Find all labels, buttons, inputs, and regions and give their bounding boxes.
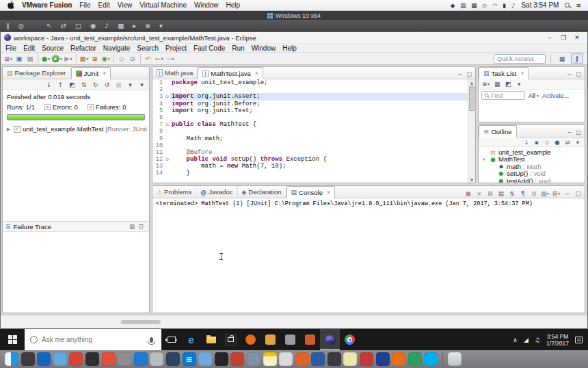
fold-marker-icon[interactable]: ⊖: [164, 121, 170, 128]
sort-button[interactable]: ↓: [522, 138, 531, 146]
junit-menu-button[interactable]: ▾: [137, 80, 146, 89]
cycle-devices-button[interactable]: ⇄: [61, 22, 66, 29]
macos-menu-help[interactable]: Help: [226, 1, 241, 9]
display-selected-console-button[interactable]: ▥▾: [540, 189, 550, 198]
activate-link[interactable]: Activate...: [542, 92, 570, 99]
dock-app-18-icon[interactable]: [279, 352, 293, 366]
close-icon[interactable]: ×: [103, 70, 106, 77]
outline-menu-button[interactable]: ▾: [574, 138, 582, 146]
twisty-icon[interactable]: ▾: [483, 157, 487, 162]
eclipse-menu-refactor[interactable]: Refactor: [67, 44, 100, 52]
minimize-console-button[interactable]: −: [563, 189, 572, 198]
network-icon[interactable]: ◢: [524, 337, 529, 343]
dock-app-6-icon[interactable]: [85, 352, 99, 366]
scrollbar-thumb[interactable]: [469, 86, 475, 111]
code-line[interactable]: 12⊖ public void setUp() throws Exception…: [152, 156, 468, 163]
dock-app-26-icon[interactable]: [408, 352, 422, 366]
spotlight-icon[interactable]: [565, 3, 570, 8]
eclipse-menu-file[interactable]: File: [2, 44, 20, 52]
editor-maximize-button[interactable]: □: [465, 70, 474, 79]
taskbar-firefox-button[interactable]: [241, 329, 260, 350]
cortana-search-box[interactable]: Ask me anything: [25, 329, 161, 350]
dock-finder-icon[interactable]: [5, 352, 18, 366]
console-tab-declaration[interactable]: Declaration: [238, 186, 286, 198]
outline-tab-outline[interactable]: Outline: [479, 125, 517, 137]
eclipse-menu-run[interactable]: Run: [228, 44, 248, 52]
dock-app-14-icon[interactable]: [215, 352, 228, 366]
clear-console-button[interactable]: ▤: [496, 189, 505, 198]
left-tab-junit[interactable]: JUnit×: [71, 67, 111, 79]
fold-marker-icon[interactable]: ⊖: [164, 156, 170, 163]
eclipse-menu-project[interactable]: Project: [162, 44, 190, 52]
dock-app-20-icon[interactable]: [311, 352, 325, 366]
last-edit-location-button[interactable]: ↶: [143, 53, 154, 64]
dock-trash-icon[interactable]: [448, 352, 462, 366]
filters-button[interactable]: ◩: [504, 80, 512, 88]
rerun-failed-button[interactable]: ↺: [103, 80, 111, 89]
notification-center-icon[interactable]: ≡: [576, 2, 581, 9]
outline-minimize-button[interactable]: −: [565, 128, 574, 137]
dock-app-16-icon[interactable]: [247, 352, 260, 366]
code-line[interactable]: 13 math = new Math(7, 10);: [152, 163, 468, 170]
taskbar-app-gray-button[interactable]: [280, 329, 300, 350]
print-button[interactable]: ▤: [25, 53, 36, 64]
previous-failure-button[interactable]: ↑: [56, 80, 65, 89]
vmware-status-icon[interactable]: ◆: [451, 2, 455, 9]
open-type-button[interactable]: ◇: [116, 53, 127, 64]
eclipse-menu-fast-code[interactable]: Fast Code: [190, 44, 228, 52]
save-button[interactable]: ▣: [14, 53, 25, 64]
outline-item-testadd[interactable]: testAdd() : void: [480, 177, 583, 183]
taskbar-store-button[interactable]: [221, 329, 241, 350]
rerun-test-button[interactable]: ↻: [91, 80, 100, 89]
find-input[interactable]: Find: [481, 91, 525, 100]
eclipse-menu-source[interactable]: Source: [38, 44, 67, 52]
outline-item-math[interactable]: math : Math: [480, 163, 583, 170]
outline-item-unit-test-example[interactable]: unit_test_example: [480, 148, 583, 156]
dock-app-15-icon[interactable]: [230, 352, 244, 366]
console-tab-problems[interactable]: Problems: [152, 186, 196, 198]
dock-app-7-icon[interactable]: [102, 352, 116, 366]
action-center-icon[interactable]: [575, 337, 583, 343]
code-line[interactable]: 10: [152, 142, 468, 149]
dock-app-9-icon[interactable]: [134, 352, 148, 366]
code-line[interactable]: 4import org.junit.Before;: [152, 101, 468, 107]
start-button[interactable]: [0, 329, 25, 350]
close-window-icon[interactable]: ✕: [570, 33, 584, 42]
fullscreen-button[interactable]: □: [75, 22, 81, 29]
scroll-down-icon[interactable]: ▼: [468, 176, 475, 183]
minimize-window-icon[interactable]: –: [543, 33, 557, 42]
eclipse-menu-search[interactable]: Search: [133, 44, 162, 52]
code-line[interactable]: 1package unit_test_example;: [152, 79, 468, 86]
run-external-button[interactable]: ▶▾: [63, 53, 74, 64]
dock-windows-vm-icon[interactable]: [183, 352, 196, 366]
back-button[interactable]: ←▾: [154, 53, 165, 64]
maximize-console-button[interactable]: □: [574, 189, 583, 198]
outline-item-mathtest[interactable]: ▾MathTest: [480, 156, 583, 163]
quick-access-box[interactable]: Quick Access: [494, 54, 546, 64]
suspend-button[interactable]: ‖: [6, 22, 10, 29]
battery-icon[interactable]: ▮: [503, 2, 506, 9]
failures-only-button[interactable]: ◩: [68, 80, 77, 89]
taskbar-edge-button[interactable]: e: [181, 329, 201, 350]
code-line[interactable]: 5import org.junit.Test;: [152, 107, 468, 114]
status-scrollbar-thumb[interactable]: [121, 320, 161, 324]
categorized-button[interactable]: ▦: [493, 80, 501, 88]
taskbar-chrome-button[interactable]: [340, 329, 360, 350]
dock-app-24-icon[interactable]: [376, 352, 390, 366]
code-line[interactable]: 2: [152, 86, 468, 93]
code-line[interactable]: 9 Math math;: [152, 135, 468, 142]
dock-firefox-icon[interactable]: [392, 352, 405, 366]
hide-fields-button[interactable]: ▪: [533, 138, 541, 146]
taskbar-file-explorer-button[interactable]: [201, 329, 221, 350]
code-area[interactable]: 1package unit_test_example;23⊖import org…: [152, 79, 468, 183]
code-line[interactable]: 7⊖public class MathTest {: [152, 121, 468, 128]
dock-app-8-icon[interactable]: [118, 352, 131, 366]
dock-skype-icon[interactable]: [424, 352, 438, 366]
wifi-icon[interactable]: ◠: [492, 2, 497, 9]
test-history-button[interactable]: ▾: [126, 80, 135, 89]
debug-button[interactable]: ●▾: [40, 53, 51, 64]
scroll-lock-button[interactable]: ⇅: [79, 80, 88, 89]
tasklist-tab-task-list[interactable]: Task List×: [479, 67, 529, 79]
macos-menu-file[interactable]: File: [79, 1, 90, 9]
test-suite-row[interactable]: ▶ ✓ unit_test_example.MathTest [Runner: …: [5, 125, 147, 133]
